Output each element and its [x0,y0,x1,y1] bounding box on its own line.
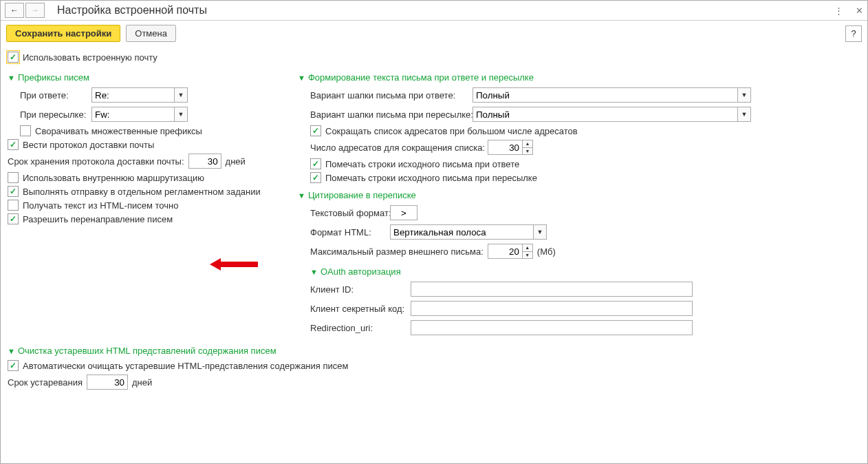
log-retention-unit: дней [226,156,246,167]
chevron-down-icon: ▼ [8,74,15,82]
send-separate-job-label: Выполнять отправку в отдельном регламент… [23,187,261,197]
chevron-down-icon: ▼ [298,74,305,82]
auto-clean-checkbox[interactable] [8,360,19,371]
spin-down-icon[interactable]: ▼ [523,252,532,259]
quoting-heading[interactable]: ▼ Цитирование в переписке [298,190,779,200]
mark-lines-reply-checkbox[interactable] [310,158,321,169]
save-button[interactable]: Сохранить настройки [6,25,120,42]
shorten-count-stepper[interactable]: ▲▼ [488,140,533,155]
forward-prefix-label: При пересылке: [20,109,87,120]
shorten-recipients-label: Сокращать список адресатов при большом ч… [325,126,578,136]
reply-header-label: Вариант шапки письма при ответе: [310,90,468,101]
collapse-prefixes-label: Сворачивать множественные префиксы [35,126,202,136]
mark-lines-fwd-checkbox[interactable] [310,172,321,183]
reply-fwd-heading[interactable]: ▼ Формирование текста письма при ответе … [298,72,779,83]
forward-prefix-input[interactable] [91,107,174,122]
reply-prefix-combo[interactable]: ▼ [91,87,188,103]
reply-header-input[interactable] [473,87,737,103]
shorten-count-label: Число адресатов для сокращения списка: [310,143,484,153]
auto-clean-label: Автоматически очищать устаревшие HTML-пр… [23,361,348,371]
collapse-prefixes-checkbox[interactable] [20,125,31,136]
cancel-button[interactable]: Отмена [126,25,176,42]
chevron-down-icon[interactable]: ▼ [737,107,751,122]
delivery-log-label: Вести протокол доставки почты [23,140,154,150]
log-retention-input[interactable] [188,154,221,169]
settings-window: ← → Настройка встроенной почты ⋮ ✕ Сохра… [0,0,868,464]
client-id-label: Клиент ID: [310,284,406,295]
window-title: Настройка встроенной почты [57,4,207,17]
html-fmt-input[interactable] [390,224,533,240]
content: Использовать встроенную почту ▼ Префиксы… [1,46,867,396]
send-separate-job-checkbox[interactable] [8,186,19,197]
forward-prefix-combo[interactable]: ▼ [91,107,188,122]
mark-lines-fwd-label: Помечать строки исходного письма при пер… [325,173,537,183]
cleanup-age-input[interactable] [87,375,128,390]
kebab-menu-icon[interactable]: ⋮ [834,6,843,16]
chevron-down-icon[interactable]: ▼ [737,87,751,103]
text-fmt-label: Текстовый формат: [310,208,386,218]
html-exact-checkbox[interactable] [8,200,19,211]
shorten-recipients-checkbox[interactable] [310,125,321,136]
delivery-log-checkbox[interactable] [8,139,19,150]
chevron-down-icon: ▼ [310,268,318,276]
chevron-down-icon: ▼ [298,191,305,200]
internal-routing-checkbox[interactable] [8,172,19,183]
shorten-count-input[interactable] [488,140,522,155]
html-fmt-combo[interactable]: ▼ [390,224,547,240]
reply-header-combo[interactable]: ▼ [473,87,751,103]
toolbar: Сохранить настройки Отмена ? [1,21,867,46]
max-size-stepper[interactable]: ▲▼ [488,244,533,259]
text-fmt-input[interactable] [390,205,417,220]
use-internal-mail-label: Использовать встроенную почту [23,52,158,63]
titlebar: ← → Настройка встроенной почты ⋮ ✕ [1,1,867,21]
redirect-uri-input[interactable] [411,320,693,335]
fwd-header-combo[interactable]: ▼ [473,107,751,122]
allow-redirect-checkbox[interactable] [8,213,19,224]
reply-prefix-input[interactable] [91,87,174,103]
cleanup-heading[interactable]: ▼ Очистка устаревших HTML представлений … [8,346,860,356]
close-icon[interactable]: ✕ [856,6,863,16]
max-size-unit: (Мб) [537,246,556,257]
chevron-down-icon: ▼ [8,347,15,355]
spin-down-icon[interactable]: ▼ [523,148,532,155]
allow-redirect-label: Разрешить перенаправление писем [23,214,173,224]
help-button[interactable]: ? [845,25,862,42]
cleanup-age-label: Срок устаревания [8,377,83,388]
chevron-down-icon[interactable]: ▼ [533,224,547,240]
max-size-label: Максимальный размер внешнего письма: [310,246,484,257]
cleanup-age-unit: дней [132,377,152,388]
max-size-input[interactable] [488,244,522,259]
spin-up-icon[interactable]: ▲ [523,140,532,148]
reply-prefix-label: При ответе: [20,90,87,101]
nav-forward-button[interactable]: → [25,3,45,18]
internal-routing-label: Использовать внутреннюю маршрутизацию [23,173,204,183]
redirect-uri-label: Redirection_uri: [310,323,406,333]
oauth-heading[interactable]: ▼ OAuth авторизация [310,266,779,277]
client-secret-label: Клиент секретный код: [310,304,406,314]
spin-up-icon[interactable]: ▲ [523,244,532,252]
chevron-down-icon[interactable]: ▼ [174,107,188,122]
mark-lines-reply-label: Помечать строки исходного письма при отв… [325,159,519,169]
use-internal-mail-checkbox[interactable] [8,52,19,63]
log-retention-label: Срок хранения протокола доставки почты: [8,156,184,167]
html-fmt-label: Формат HTML: [310,227,386,238]
fwd-header-label: Вариант шапки письма при пересылке: [310,109,468,120]
fwd-header-input[interactable] [473,107,737,122]
html-exact-label: Получать текст из HTML-писем точно [23,200,178,211]
prefixes-heading[interactable]: ▼ Префиксы писем [8,72,283,83]
nav-back-button[interactable]: ← [5,3,24,18]
client-id-input[interactable] [411,282,693,297]
client-secret-input[interactable] [411,301,693,316]
chevron-down-icon[interactable]: ▼ [174,87,188,103]
